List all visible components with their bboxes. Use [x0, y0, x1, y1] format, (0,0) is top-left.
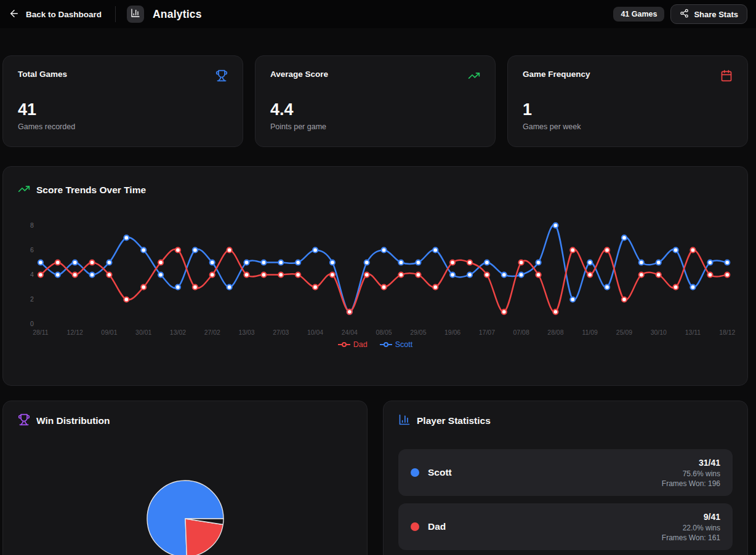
svg-text:28/11: 28/11 [33, 329, 49, 336]
stat-subtitle: Games per week [523, 122, 733, 131]
player-name: Dad [428, 521, 446, 532]
main-content: Total Games 41 Games recorded Average Sc… [0, 28, 756, 555]
svg-text:19/06: 19/06 [444, 329, 460, 336]
win-distribution-card: Win Distribution [2, 401, 368, 555]
svg-text:8: 8 [30, 222, 34, 229]
svg-text:27/03: 27/03 [273, 329, 289, 336]
calendar-icon [720, 70, 733, 84]
analytics-app-icon [127, 6, 144, 23]
svg-text:07/08: 07/08 [513, 329, 529, 336]
score-trends-title: Score Trends Over Time [36, 185, 146, 196]
svg-text:30/10: 30/10 [651, 329, 667, 336]
stat-cards-row: Total Games 41 Games recorded Average Sc… [2, 55, 748, 147]
page-title: Analytics [153, 8, 202, 21]
svg-text:2: 2 [30, 296, 34, 303]
svg-text:12/12: 12/12 [67, 329, 83, 336]
stat-title: Total Games [18, 70, 67, 79]
stat-value: 4.4 [270, 100, 480, 119]
player-record: 9/41 [662, 511, 720, 523]
stat-title: Average Score [270, 70, 328, 79]
share-label: Share Stats [694, 10, 738, 19]
score-trends-card: Score Trends Over Time 0246828/1112/1209… [2, 166, 748, 386]
svg-text:27/02: 27/02 [204, 329, 220, 336]
player-row-dad: Dad 9/41 22.0% wins Frames Won: 161 [398, 503, 733, 550]
player-color-dot [411, 522, 419, 531]
player-win-pct: 75.6% wins [662, 469, 720, 479]
stat-value: 41 [18, 100, 228, 119]
svg-text:4: 4 [30, 271, 34, 278]
share-icon [680, 9, 689, 20]
player-win-pct: 22.0% wins [662, 523, 720, 533]
svg-text:10/04: 10/04 [307, 329, 323, 336]
average-score-card: Average Score 4.4 Points per game [255, 55, 496, 147]
svg-text:13/03: 13/03 [238, 329, 254, 336]
player-statistics-card: Player Statistics Scott 31/41 75.6% wins… [383, 401, 748, 555]
stat-subtitle: Games recorded [18, 122, 228, 131]
chart-legend: DadScott [3, 340, 747, 349]
trending-up-icon [18, 183, 30, 198]
back-label: Back to Dashboard [26, 10, 102, 19]
trophy-icon [215, 70, 228, 84]
svg-text:29/05: 29/05 [410, 329, 426, 336]
arrow-left-icon [9, 8, 20, 21]
svg-text:13/02: 13/02 [170, 329, 186, 336]
player-frames-won: Frames Won: 161 [662, 533, 720, 543]
bottom-cards-row: Win Distribution Player Statistics Scott… [2, 401, 748, 555]
player-record: 31/41 [662, 457, 720, 469]
svg-text:28/08: 28/08 [547, 329, 563, 336]
top-bar: Back to Dashboard Analytics 41 Games Sha… [0, 0, 756, 28]
svg-text:17/07: 17/07 [479, 329, 495, 336]
player-frames-won: Frames Won: 196 [662, 479, 720, 489]
back-to-dashboard-button[interactable]: Back to Dashboard [9, 8, 102, 21]
svg-text:24/04: 24/04 [342, 329, 358, 336]
svg-text:09/01: 09/01 [101, 329, 117, 336]
bar-chart-icon [398, 413, 411, 428]
player-name: Scott [428, 467, 452, 478]
svg-text:6: 6 [30, 247, 34, 254]
total-games-card: Total Games 41 Games recorded [2, 55, 243, 147]
svg-text:0: 0 [30, 321, 34, 327]
svg-text:08/05: 08/05 [376, 329, 392, 336]
legend-item-scott: Scott [380, 340, 413, 349]
svg-text:11/09: 11/09 [582, 329, 598, 336]
stat-title: Game Frequency [523, 70, 590, 79]
svg-text:25/09: 25/09 [616, 329, 632, 336]
svg-text:18/12: 18/12 [719, 329, 735, 336]
player-row-scott: Scott 31/41 75.6% wins Frames Won: 196 [398, 449, 733, 496]
share-stats-button[interactable]: Share Stats [670, 4, 747, 24]
score-trends-chart: 0246828/1112/1209/0130/0113/0227/0213/03… [3, 206, 747, 339]
svg-text:30/01: 30/01 [135, 329, 151, 336]
trending-up-icon [468, 70, 480, 84]
win-distribution-pie [3, 401, 368, 555]
games-count-badge: 41 Games [613, 7, 664, 22]
bar-chart-icon [131, 8, 140, 20]
svg-text:13/11: 13/11 [685, 329, 701, 336]
player-color-dot [411, 468, 419, 477]
header-divider [115, 6, 116, 22]
legend-item-dad: Dad [338, 340, 368, 349]
game-frequency-card: Game Frequency 1 Games per week [507, 55, 748, 147]
player-statistics-title: Player Statistics [417, 415, 491, 426]
stat-value: 1 [523, 100, 733, 119]
stat-subtitle: Points per game [270, 122, 480, 131]
